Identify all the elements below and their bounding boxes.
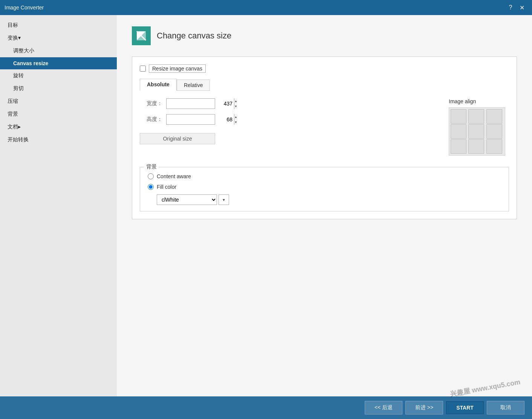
- height-row: 高度： ▲ ▼: [140, 114, 437, 125]
- sidebar: 目标 变换▾ 调整大小 Canvas resize 旋转 剪切 压缩 背景 文档…: [0, 15, 117, 396]
- form-and-align: 宽度： ▲ ▼ 高度：: [140, 98, 509, 156]
- align-cell-bottom-left[interactable]: [451, 139, 466, 154]
- content-area: Change canvas size Resize image canvas A…: [117, 15, 532, 396]
- content-aware-radio[interactable]: [148, 173, 154, 179]
- background-group: 背景 Content aware Fill color clWhite: [140, 167, 509, 211]
- sidebar-item-compress[interactable]: 压缩: [0, 95, 117, 108]
- content-aware-label: Content aware: [157, 173, 191, 179]
- fill-color-row: Fill color: [148, 184, 501, 190]
- main-layout: 目标 变换▾ 调整大小 Canvas resize 旋转 剪切 压缩 背景 文档…: [0, 15, 532, 396]
- align-cell-bottom-right[interactable]: [486, 139, 502, 154]
- align-cell-middle-center[interactable]: [468, 124, 484, 139]
- width-up-button[interactable]: ▲: [234, 98, 237, 104]
- fill-color-label: Fill color: [157, 184, 176, 190]
- canvas-resize-icon: [135, 30, 147, 42]
- height-label: 高度：: [140, 116, 162, 123]
- image-align-section: Image align: [449, 98, 509, 156]
- sidebar-item-crop[interactable]: 剪切: [0, 82, 117, 95]
- content-aware-row: Content aware: [148, 173, 501, 179]
- width-spinbox[interactable]: ▲ ▼: [166, 98, 215, 109]
- align-cell-top-right[interactable]: [486, 109, 502, 124]
- sidebar-item-canvas-resize[interactable]: Canvas resize: [0, 57, 117, 69]
- align-cell-middle-left[interactable]: [451, 124, 466, 139]
- height-up-button[interactable]: ▲: [234, 114, 237, 119]
- width-input[interactable]: [167, 101, 234, 107]
- align-grid: [449, 107, 505, 156]
- color-select[interactable]: clWhite: [157, 194, 217, 205]
- sidebar-item-start[interactable]: 开始转换: [0, 133, 117, 146]
- back-button[interactable]: << 后退: [365, 401, 402, 414]
- color-swatch-button[interactable]: [219, 194, 229, 205]
- background-group-label: 背景: [144, 164, 159, 170]
- sidebar-item-target[interactable]: 目标: [0, 19, 117, 32]
- height-input[interactable]: [167, 116, 234, 122]
- sidebar-item-background[interactable]: 背景: [0, 108, 117, 121]
- close-button[interactable]: ✕: [516, 2, 527, 13]
- bottom-bar: << 后退 前进 >> START 取消: [0, 396, 532, 419]
- sidebar-item-transform[interactable]: 变换▾: [0, 32, 117, 44]
- align-cell-top-center[interactable]: [468, 109, 484, 124]
- resize-canvas-checkbox[interactable]: [140, 66, 146, 72]
- tab-absolute[interactable]: Absolute: [140, 79, 177, 91]
- color-select-row: clWhite: [157, 194, 501, 205]
- width-spinbox-buttons: ▲ ▼: [234, 98, 237, 109]
- start-button[interactable]: START: [446, 401, 484, 414]
- align-cell-middle-right[interactable]: [486, 124, 502, 139]
- resize-checkbox-row: Resize image canvas: [140, 64, 509, 73]
- image-align-label: Image align: [449, 98, 509, 104]
- height-spinbox-buttons: ▲ ▼: [234, 114, 237, 125]
- resize-canvas-label: Resize image canvas: [149, 64, 206, 73]
- align-cell-top-left[interactable]: [451, 109, 466, 124]
- tab-relative[interactable]: Relative: [177, 80, 210, 91]
- page-icon: [132, 26, 151, 45]
- original-size-button[interactable]: Original size: [140, 133, 215, 144]
- next-button[interactable]: 前进 >>: [405, 401, 443, 414]
- page-title: Change canvas size: [157, 31, 231, 41]
- width-down-button[interactable]: ▼: [234, 104, 237, 109]
- width-row: 宽度： ▲ ▼: [140, 98, 437, 109]
- align-cell-bottom-center[interactable]: [468, 139, 484, 154]
- cancel-button[interactable]: 取消: [487, 401, 524, 414]
- resize-panel: Resize image canvas Absolute Relative 宽度…: [132, 57, 517, 219]
- height-spinbox[interactable]: ▲ ▼: [166, 114, 215, 125]
- sidebar-item-rotate[interactable]: 旋转: [0, 69, 117, 82]
- page-header: Change canvas size: [132, 26, 517, 45]
- fill-color-radio[interactable]: [148, 184, 154, 190]
- tab-bar: Absolute Relative: [140, 79, 509, 91]
- sidebar-item-document[interactable]: 文档▸: [0, 121, 117, 133]
- title-bar: Image Converter ? ✕: [0, 0, 532, 15]
- app-title: Image Converter: [5, 5, 505, 11]
- sidebar-item-resize[interactable]: 调整大小: [0, 44, 117, 57]
- form-section: 宽度： ▲ ▼ 高度：: [140, 98, 437, 144]
- width-label: 宽度：: [140, 100, 162, 107]
- height-down-button[interactable]: ▼: [234, 119, 237, 125]
- help-button[interactable]: ?: [505, 2, 516, 13]
